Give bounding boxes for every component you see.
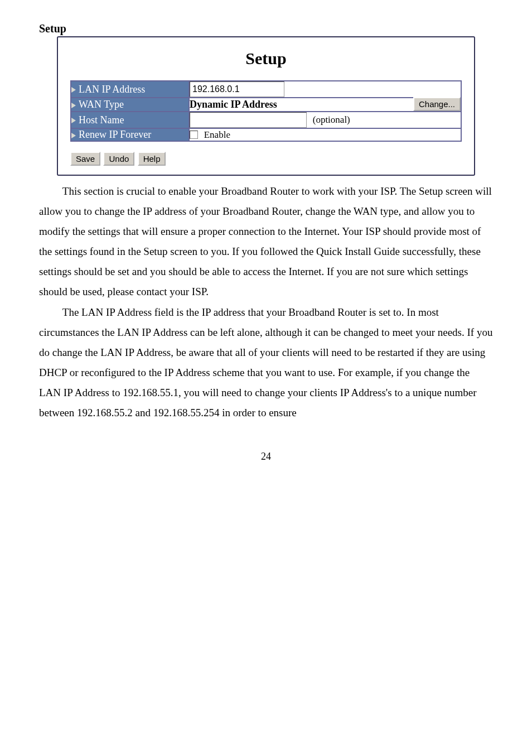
undo-button[interactable]: Undo: [103, 152, 134, 166]
save-button[interactable]: Save: [70, 152, 100, 166]
section-heading: Setup: [39, 22, 493, 35]
host-name-value-cell: (optional): [189, 112, 461, 128]
body-text: This section is crucial to enable your B…: [39, 181, 493, 423]
row-lan-ip: LAN IP Address: [71, 81, 461, 98]
row-renew-ip: Renew IP Forever Enable: [71, 128, 461, 141]
renew-ip-label-cell: Renew IP Forever: [71, 128, 189, 141]
lan-ip-value-cell: [189, 81, 461, 98]
triangle-right-icon: [71, 103, 76, 108]
lan-ip-input[interactable]: [190, 81, 284, 97]
renew-ip-label: Renew IP Forever: [79, 129, 151, 140]
setup-title: Setup: [70, 49, 462, 68]
setup-table: LAN IP Address WAN Type Dynamic IP Addre…: [70, 80, 462, 142]
change-wan-type-button[interactable]: Change...: [413, 97, 461, 111]
host-name-label-cell: Host Name: [71, 112, 189, 128]
wan-type-label-cell: WAN Type: [71, 98, 189, 112]
host-name-optional: (optional): [313, 114, 350, 125]
row-host-name: Host Name (optional): [71, 112, 461, 128]
paragraph-1: This section is crucial to enable your B…: [39, 181, 493, 302]
triangle-right-icon: [71, 118, 76, 123]
lan-ip-label-cell: LAN IP Address: [71, 81, 189, 98]
row-wan-type: WAN Type Dynamic IP Address Change...: [71, 98, 461, 112]
triangle-right-icon: [71, 133, 76, 138]
renew-ip-checkbox-label: Enable: [204, 129, 230, 140]
wan-type-label: WAN Type: [79, 99, 124, 110]
triangle-right-icon: [71, 87, 76, 93]
page-number: 24: [39, 451, 493, 463]
renew-ip-checkbox[interactable]: [190, 131, 198, 139]
help-button[interactable]: Help: [138, 152, 166, 166]
paragraph-2: The LAN IP Address field is the IP addre…: [39, 302, 493, 423]
wan-type-value: Dynamic IP Address: [190, 99, 277, 110]
wan-type-value-cell: Dynamic IP Address Change...: [189, 98, 461, 112]
host-name-label: Host Name: [79, 114, 124, 126]
setup-panel: Setup LAN IP Address WAN Type Dynamic IP…: [57, 36, 475, 176]
host-name-input[interactable]: [190, 112, 307, 128]
renew-ip-value-cell: Enable: [189, 128, 461, 141]
button-row: Save Undo Help: [70, 152, 462, 166]
lan-ip-label: LAN IP Address: [79, 84, 145, 95]
